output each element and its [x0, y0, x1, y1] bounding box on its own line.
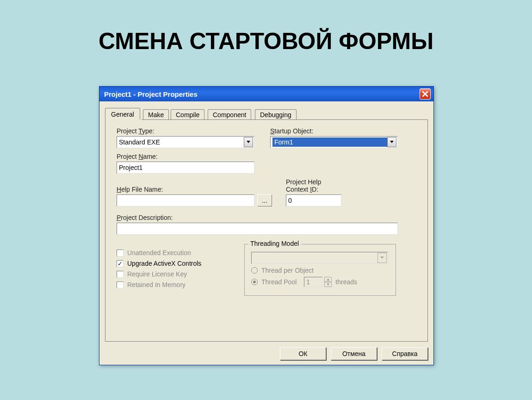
- spinner-buttons: ▲ ▼: [324, 277, 332, 287]
- cancel-button[interactable]: Отмена: [331, 347, 377, 360]
- description-label: Project Description:: [117, 214, 418, 221]
- project-name-input[interactable]: Project1: [117, 162, 254, 174]
- license-key-checkbox: Require License Key: [117, 270, 237, 278]
- thread-per-object-radio: Thread per Object: [251, 267, 389, 274]
- radio-icon: [251, 279, 258, 285]
- tab-debugging[interactable]: Debugging: [255, 109, 297, 120]
- ok-button[interactable]: ОК: [280, 347, 326, 360]
- dropdown-icon[interactable]: [387, 137, 396, 147]
- threads-label: threads: [335, 278, 357, 286]
- retained-memory-checkbox: Retained In Memory: [117, 281, 237, 288]
- project-name-label: Project Name:: [117, 153, 418, 160]
- unattended-checkbox: Unattended Execution: [117, 249, 237, 256]
- tab-general[interactable]: General: [105, 108, 140, 120]
- titlebar[interactable]: Project1 - Project Properties: [99, 87, 433, 101]
- dropdown-icon: [377, 253, 387, 263]
- threading-model-legend: Threading Model: [248, 240, 301, 247]
- help-file-label: Help File Name:: [117, 186, 273, 193]
- window-title: Project1 - Project Properties: [104, 90, 198, 98]
- project-type-combo[interactable]: Standard EXE: [117, 136, 254, 148]
- slide-title: СМЕНА СТАРТОВОЙ ФОРМЫ: [0, 28, 532, 55]
- project-type-label: Project Type:: [117, 127, 254, 135]
- checkbox-icon: [117, 281, 124, 288]
- thread-count-input: 1: [304, 277, 322, 287]
- tab-compile[interactable]: Compile: [171, 109, 204, 120]
- context-id-label: Project Help Context ID:: [286, 178, 341, 193]
- dropdown-icon[interactable]: [244, 137, 253, 147]
- radio-icon: [251, 267, 258, 274]
- checkbox-icon: ✓: [117, 260, 124, 267]
- description-input[interactable]: [117, 223, 398, 235]
- startup-object-combo[interactable]: Form1: [270, 136, 398, 148]
- browse-button[interactable]: ...: [257, 194, 272, 206]
- tab-component[interactable]: Component: [208, 109, 251, 120]
- checkbox-icon: [117, 250, 124, 256]
- help-file-input[interactable]: [117, 194, 254, 206]
- dialog-buttons: ОК Отмена Справка: [105, 347, 428, 360]
- dialog-body: General Make Compile Component Debugging…: [99, 101, 433, 365]
- upgrade-activex-checkbox[interactable]: ✓ Upgrade ActiveX Controls: [117, 260, 237, 267]
- close-button[interactable]: [420, 88, 431, 100]
- close-icon: [422, 91, 428, 97]
- startup-object-value: Form1: [272, 138, 387, 147]
- checkbox-icon: [117, 271, 124, 278]
- startup-object-label: Startup Object:: [270, 127, 398, 135]
- threading-model-combo: [251, 252, 388, 264]
- tab-make[interactable]: Make: [143, 109, 169, 120]
- tab-strip: General Make Compile Component Debugging: [105, 107, 428, 120]
- project-type-value: Standard EXE: [119, 138, 160, 146]
- tab-general-panel: Project Type: Standard EXE Startup Objec…: [105, 119, 428, 342]
- spin-down-icon: ▼: [324, 282, 332, 287]
- thread-pool-radio: Thread Pool 1 ▲ ▼ threads: [251, 277, 389, 287]
- help-button[interactable]: Справка: [382, 347, 428, 360]
- spin-up-icon: ▲: [324, 277, 332, 282]
- project-properties-dialog: Project1 - Project Properties General Ma…: [99, 86, 434, 365]
- threading-model-group: Threading Model Thread per Object Thread…: [244, 244, 396, 296]
- context-id-input[interactable]: 0: [286, 194, 341, 206]
